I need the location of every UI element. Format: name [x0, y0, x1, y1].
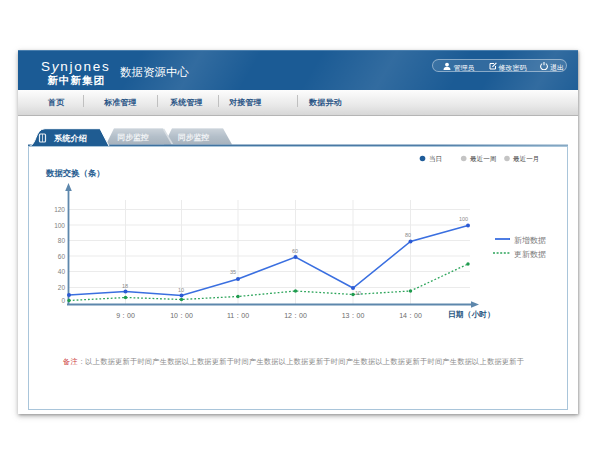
- svg-text:10：00: 10：00: [170, 312, 193, 319]
- svg-text:35: 35: [230, 269, 236, 275]
- svg-text:40: 40: [58, 268, 66, 275]
- svg-text:系统介绍: 系统介绍: [53, 133, 87, 143]
- svg-text:日期（小时）: 日期（小时）: [448, 310, 495, 319]
- svg-text:当日: 当日: [429, 155, 442, 163]
- svg-text:60: 60: [58, 253, 66, 260]
- svg-text:9：00: 9：00: [116, 312, 135, 319]
- svg-text:100: 100: [54, 222, 65, 229]
- svg-text:80: 80: [58, 237, 66, 244]
- svg-text:120: 120: [54, 206, 65, 213]
- svg-text:80: 80: [405, 232, 411, 238]
- svg-text:数据交换（条）: 数据交换（条）: [45, 168, 105, 178]
- svg-text:0: 0: [61, 297, 65, 304]
- svg-text:10: 10: [355, 290, 361, 296]
- svg-text:同步监控: 同步监控: [178, 133, 209, 142]
- svg-text:12：00: 12：00: [284, 312, 307, 319]
- svg-text:最近一周: 最近一周: [470, 155, 496, 162]
- svg-text:18: 18: [122, 283, 128, 289]
- svg-text:11：00: 11：00: [227, 312, 249, 319]
- svg-text:同步监控: 同步监控: [117, 133, 148, 142]
- svg-text:60: 60: [292, 248, 298, 254]
- svg-text:10: 10: [178, 287, 184, 293]
- svg-text:新增数据: 新增数据: [514, 236, 546, 245]
- svg-text:最近一月: 最近一月: [513, 155, 539, 163]
- svg-text:20: 20: [58, 284, 66, 291]
- svg-text:13：00: 13：00: [342, 312, 365, 319]
- svg-text:14：00: 14：00: [399, 312, 422, 319]
- svg-text:更新数据: 更新数据: [514, 250, 546, 259]
- svg-text:100: 100: [459, 216, 468, 222]
